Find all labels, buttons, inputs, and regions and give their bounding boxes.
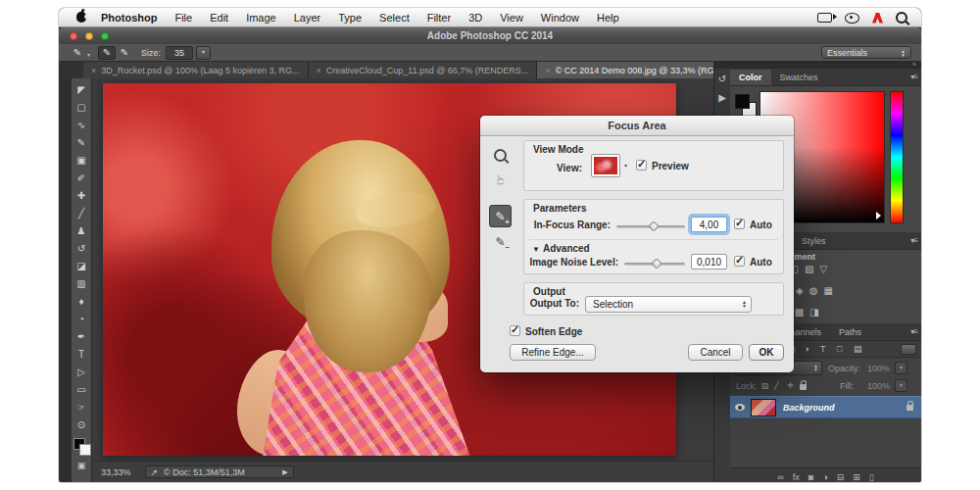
path-selection-tool[interactable]: ▷ (73, 364, 91, 381)
filter-adjustment-layers-icon[interactable]: ◑ (804, 344, 808, 354)
menu-view[interactable]: View (491, 8, 532, 27)
gradient-tool[interactable]: ▥ (73, 275, 91, 293)
filter-toggle-button[interactable] (901, 344, 916, 355)
cancel-button[interactable]: Cancel (688, 344, 743, 361)
menu-select[interactable]: Select (370, 8, 418, 27)
adjustment-icon[interactable]: ▩ (795, 307, 804, 318)
filter-shape-layers-icon[interactable]: □ (837, 344, 842, 354)
marquee-tool[interactable]: ▢ (73, 99, 91, 117)
zoom-tool[interactable]: ⊙ (73, 416, 91, 434)
tab-color[interactable]: Color (730, 70, 771, 85)
layer-thumbnail[interactable] (751, 399, 776, 416)
view-mode-thumbnail[interactable] (591, 154, 620, 177)
eraser-tool[interactable]: ◪ (73, 258, 91, 275)
in-focus-auto-checkbox[interactable] (734, 219, 745, 229)
ok-button[interactable]: OK (749, 344, 784, 361)
close-icon[interactable]: × (91, 66, 96, 75)
threshold-adjustment-icon[interactable]: ▦ (824, 285, 833, 296)
hue-slider[interactable] (890, 91, 904, 223)
actions-panel-icon[interactable]: ▶ (718, 93, 726, 103)
posterize-adjustment-icon[interactable]: ◍ (809, 285, 818, 296)
spotlight-search-icon[interactable] (896, 12, 907, 24)
zoom-level[interactable]: 33,33% (101, 467, 131, 477)
view-dropdown-icon[interactable]: ▾ (624, 162, 627, 169)
move-tool[interactable]: ◤ (73, 81, 91, 99)
layer-row-background[interactable]: Background (730, 396, 921, 418)
focus-brush-preset-icon[interactable]: ✎ (69, 46, 86, 60)
blur-tool[interactable]: ♦ (73, 293, 91, 311)
lock-transparency-icon[interactable]: ▨ (761, 381, 769, 390)
healing-brush-tool[interactable]: ✚ (73, 187, 91, 205)
history-brush-tool[interactable]: ↺ (73, 240, 91, 258)
brush-size-dropdown[interactable]: ▾ (196, 46, 211, 60)
new-group-icon[interactable]: ⊟ (837, 472, 845, 482)
apple-menu-icon[interactable] (76, 12, 86, 23)
filter-type-layers-icon[interactable]: T (820, 344, 826, 354)
filter-smart-objects-icon[interactable]: ▤ (854, 344, 862, 354)
invert-adjustment-icon[interactable]: ◈ (796, 285, 804, 296)
layer-mask-icon[interactable]: ◙ (808, 472, 813, 482)
delete-layer-icon[interactable]: ▯ (869, 472, 874, 482)
shape-tool[interactable]: ▭ (73, 381, 91, 399)
zoom-window-button[interactable] (101, 32, 109, 40)
collapse-panels-icon[interactable]: » (713, 62, 921, 69)
window-title-bar[interactable]: Adobe Photoshop CC 2014 (59, 27, 921, 45)
advanced-heading[interactable]: ▼Advanced (532, 243, 590, 254)
preview-checkbox[interactable] (636, 160, 647, 171)
creative-cloud-icon[interactable] (845, 13, 859, 24)
menu-filter[interactable]: Filter (418, 8, 460, 27)
color-panel-foreground-swatch[interactable] (735, 94, 750, 109)
hand-tool[interactable]: ☞ (73, 399, 91, 416)
link-layers-icon[interactable]: ∞ (777, 472, 783, 482)
screen-mode-icon[interactable]: ▣ (77, 461, 86, 470)
close-window-button[interactable] (70, 32, 77, 40)
dialog-zoom-tool[interactable] (489, 144, 512, 167)
menu-type[interactable]: Type (329, 8, 370, 27)
brush-size-value[interactable]: 35 (166, 46, 193, 60)
slider-thumb[interactable] (651, 258, 662, 269)
focus-area-subtract-tool[interactable]: ✎− (489, 230, 512, 253)
adjustment-icon[interactable]: ◨ (809, 307, 818, 318)
slider-thumb[interactable] (648, 220, 659, 231)
pen-tool[interactable]: ✒ (73, 328, 91, 346)
in-focus-range-slider[interactable] (616, 225, 685, 228)
background-color-swatch[interactable] (79, 444, 91, 456)
fill-dropdown-icon[interactable]: ▾ (895, 379, 907, 392)
menu-image[interactable]: Image (237, 8, 285, 27)
foreground-background-swatches[interactable] (74, 438, 90, 455)
new-adjustment-layer-icon[interactable]: ◑ (822, 472, 827, 482)
focus-area-add-tool[interactable]: ✎+ (489, 205, 512, 227)
minimize-window-button[interactable] (85, 32, 93, 40)
tab-paths[interactable]: Paths (830, 324, 870, 340)
lock-all-icon[interactable] (800, 383, 807, 392)
quick-selection-tool[interactable]: ✎ (73, 134, 91, 152)
tab-swatches[interactable]: Swatches (771, 70, 827, 85)
screen-sharing-icon[interactable] (817, 13, 832, 23)
soften-edge-checkbox[interactable] (510, 325, 520, 336)
adobe-logo-icon[interactable] (872, 13, 883, 24)
clone-stamp-tool[interactable]: ♟ (73, 222, 91, 240)
menu-3d[interactable]: 3D (460, 8, 491, 27)
dialog-title[interactable]: Focus Area (480, 116, 794, 136)
menu-help[interactable]: Help (588, 8, 628, 27)
export-icon[interactable]: ↗ (151, 467, 159, 477)
lock-position-icon[interactable]: ✛ (787, 381, 794, 390)
image-noise-level-input[interactable] (691, 254, 727, 270)
layer-style-fx-icon[interactable]: fx (793, 472, 800, 482)
layer-visibility-eye-icon[interactable] (735, 404, 745, 411)
dialog-hand-tool[interactable]: ☞ (489, 169, 512, 191)
color-balance-adjustment-icon[interactable]: ▽ (819, 264, 827, 274)
menu-layer[interactable]: Layer (285, 8, 330, 27)
brush-tool[interactable]: ╱ (73, 205, 91, 222)
noise-auto-checkbox[interactable] (734, 256, 745, 267)
type-tool[interactable]: T (73, 346, 91, 364)
lock-pixels-icon[interactable]: ╱ (774, 381, 779, 390)
focus-add-brush-icon[interactable]: ✎ (98, 46, 116, 60)
history-panel-icon[interactable]: ↺ (718, 74, 726, 84)
crop-tool[interactable]: ▣ (73, 152, 91, 170)
doc-tab-rocket[interactable]: × 3D_Rocket.psd @ 100% (Laag 5 kopiëren … (83, 62, 309, 78)
doc-tab-cup[interactable]: × CreativeCloud_Cup_11.psd @ 66,7% (REND… (309, 62, 538, 78)
image-noise-level-slider[interactable] (624, 263, 685, 266)
new-layer-icon[interactable]: ⊞ (853, 472, 860, 482)
fill-value[interactable]: 100% (867, 381, 890, 391)
